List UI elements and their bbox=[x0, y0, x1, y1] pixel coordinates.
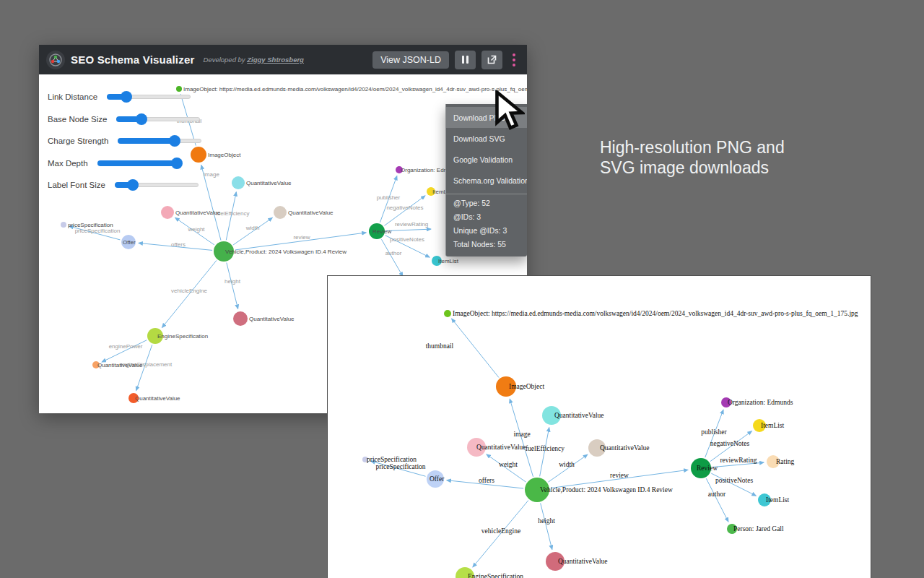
edge-label: priceSpecification bbox=[375, 463, 425, 470]
node-label: QuantitativeValue bbox=[600, 444, 650, 452]
node-label: Offer bbox=[123, 239, 136, 246]
developer-link[interactable]: Ziggy Shtrosberg bbox=[247, 56, 304, 64]
node-label: Vehicle,Product: 2024 Volkswagen ID.4 Re… bbox=[540, 486, 673, 493]
node-label: QuantitativeValue bbox=[246, 180, 292, 186]
slider-row-charge-strength: Charge Strength bbox=[48, 134, 201, 148]
graph-edge-height bbox=[227, 263, 238, 309]
menu-stat: @Type: 52 bbox=[446, 196, 527, 210]
edge-label: offers bbox=[171, 241, 186, 248]
node-label: EngineSpecification bbox=[468, 573, 523, 578]
edge-label: reviewRating bbox=[395, 221, 428, 228]
edge-label: image bbox=[204, 171, 219, 178]
slider-track[interactable] bbox=[116, 113, 200, 125]
node-label: Review bbox=[697, 465, 718, 472]
kebab-menu-button[interactable] bbox=[508, 52, 520, 68]
node-label: ItemList bbox=[761, 422, 785, 429]
menu-stat: Total Nodes: 55 bbox=[446, 237, 527, 251]
menu-item-schema-org-validation[interactable]: Schema.org Validation bbox=[446, 170, 527, 191]
slider-label: Max Depth bbox=[48, 159, 88, 168]
node-label: QuantitativeValue bbox=[476, 444, 526, 451]
graph-edge-height bbox=[541, 503, 552, 549]
edge-label: fuelEfficiency bbox=[526, 445, 565, 452]
developer-credit: Developed by Ziggy Shtrosberg bbox=[204, 56, 304, 64]
slider-thumb[interactable] bbox=[127, 179, 139, 191]
slider-label: Base Node Size bbox=[48, 115, 107, 124]
node-label: QuantitativeValue bbox=[175, 210, 221, 216]
graph-node[interactable] bbox=[61, 222, 66, 228]
edge-label: offers bbox=[479, 477, 494, 484]
edge-label: positiveNotes bbox=[390, 236, 424, 243]
slider-row-link-distance: Link Distance bbox=[48, 90, 201, 104]
export-button[interactable] bbox=[481, 51, 502, 69]
edge-label: reviewRating bbox=[720, 457, 757, 464]
edge-label: thumbnail bbox=[426, 342, 454, 350]
menu-divider bbox=[446, 194, 527, 194]
node-label: QuantitativeValue bbox=[554, 412, 604, 419]
slider-thumb[interactable] bbox=[136, 113, 147, 125]
slider-track[interactable] bbox=[107, 91, 191, 103]
app-logo-icon bbox=[46, 51, 65, 69]
graph-node[interactable] bbox=[274, 206, 287, 219]
graph-edge-reviewRating bbox=[386, 229, 431, 230]
graph-edge-thumbnail bbox=[452, 319, 499, 377]
menu-stat: @IDs: 3 bbox=[446, 210, 527, 223]
graph-edge-width bbox=[233, 217, 272, 244]
slider-label: Label Font Size bbox=[48, 181, 105, 189]
edge-label: priceSpecification bbox=[75, 228, 121, 234]
node-label: Review bbox=[372, 228, 391, 235]
edge-label: width bbox=[559, 461, 575, 468]
app-header: SEO Schema Visualizer Developed by Ziggy… bbox=[39, 45, 527, 74]
edge-label: review bbox=[293, 234, 310, 241]
edge-label: vehicleEngine bbox=[171, 288, 207, 294]
pause-icon bbox=[462, 56, 468, 64]
node-label: QuantitativeValue bbox=[97, 362, 143, 368]
slider-track[interactable] bbox=[118, 135, 201, 147]
edge-label: publisher bbox=[701, 428, 727, 436]
graph-edge-author bbox=[706, 478, 728, 522]
edge-label: vehicleEngine bbox=[481, 527, 520, 535]
edge-label: weight bbox=[187, 226, 205, 233]
graph-node[interactable] bbox=[232, 176, 245, 189]
edge-label: weight bbox=[499, 461, 518, 468]
node-label: ItemList bbox=[766, 496, 790, 504]
edge-label: height bbox=[225, 278, 241, 285]
menu-item-google-validation[interactable]: Google Validation bbox=[446, 149, 527, 170]
node-label: ImageObject bbox=[208, 152, 241, 158]
node-label: ImageObject bbox=[509, 383, 544, 390]
png-preview-panel: thumbnailimagefuelEfficiencyweightwidtho… bbox=[327, 275, 871, 578]
graph-edge-width bbox=[549, 454, 588, 482]
pause-button[interactable] bbox=[455, 51, 476, 69]
node-label: ImageObject: https://media.ed.edmunds-me… bbox=[453, 310, 858, 317]
node-label: ItemList bbox=[438, 258, 459, 264]
node-label: Offer bbox=[430, 475, 445, 483]
slider-track[interactable] bbox=[97, 158, 181, 169]
graph-edge-author bbox=[381, 239, 403, 276]
edge-label: publisher bbox=[377, 194, 401, 201]
feature-caption: High-resolution PNG and SVG image downlo… bbox=[600, 137, 806, 178]
graph-node[interactable] bbox=[161, 206, 174, 219]
graph-node[interactable] bbox=[233, 311, 248, 326]
slider-thumb[interactable] bbox=[171, 158, 183, 169]
node-label: QuantitativeValue bbox=[288, 210, 334, 216]
node-label: Rating bbox=[776, 458, 795, 465]
node-label: EngineSpecification bbox=[157, 333, 208, 340]
edge-label: enginePower bbox=[109, 343, 143, 350]
node-label: Organization: Edmunds bbox=[728, 399, 793, 406]
desktop-background: SEO Schema Visualizer Developed by Ziggy… bbox=[0, 0, 924, 578]
node-label: Vehicle,Product: 2024 Volkswagen ID.4 Re… bbox=[225, 249, 346, 255]
node-label: QuantitativeValue bbox=[135, 395, 180, 402]
mouse-cursor bbox=[493, 90, 525, 131]
view-json-ld-button[interactable]: View JSON-LD bbox=[372, 51, 449, 69]
slider-thumb[interactable] bbox=[169, 135, 180, 147]
menu-item-download-svg[interactable]: Download SVG bbox=[446, 128, 527, 149]
graph-node[interactable] bbox=[444, 310, 451, 317]
slider-track[interactable] bbox=[115, 179, 199, 191]
preview-schema-graph: thumbnailimagefuelEfficiencyweightwidtho… bbox=[328, 276, 871, 578]
app-title: SEO Schema Visualizer bbox=[71, 53, 195, 66]
edge-label: height bbox=[538, 517, 555, 525]
node-label: priceSpecification bbox=[68, 222, 113, 228]
slider-thumb[interactable] bbox=[121, 91, 132, 103]
controls-panel: Link Distance Base Node Size Charge Stre… bbox=[48, 90, 201, 200]
node-label: QuantitativeValue bbox=[249, 316, 295, 322]
slider-row-label-font-size: Label Font Size bbox=[48, 178, 201, 192]
